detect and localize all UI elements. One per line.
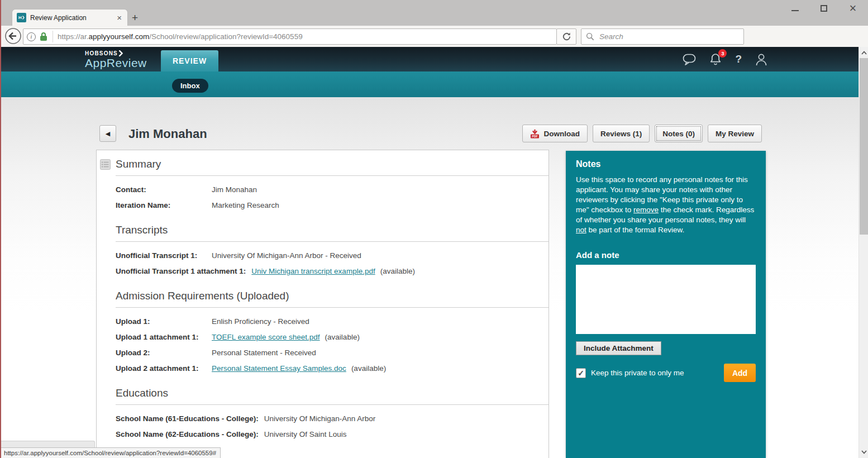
sub-navigation-bar [0,71,860,97]
help-icon[interactable]: ? [735,53,742,65]
include-attachment-button[interactable]: Include Attachment [576,341,661,355]
close-icon: × [850,2,857,15]
application-summary-panel: Summary Contact: Jim Monahan Iteration N… [96,150,549,458]
minimize-icon [791,10,799,11]
status-url-bar: https://ar.applyyourself.com/School/revi… [0,447,221,458]
private-checkbox-label: Keep this private to only me [591,369,724,377]
my-review-button[interactable]: My Review [708,125,762,142]
note-textarea[interactable] [576,265,756,334]
minimize-button[interactable] [788,1,802,16]
left-edge-line [0,0,1,458]
upload-row: Upload 2: Personal Statement - Received [116,347,549,358]
pdf-icon: PDF [530,129,540,139]
page-back-button[interactable]: ◀ [99,125,116,142]
favicon-icon: H [17,13,26,22]
tab-close-icon[interactable]: × [116,13,123,22]
upload-attachment-row: Upload 1 attachment 1: TOEFL example sco… [116,332,549,342]
download-button[interactable]: PDF Download [522,125,588,142]
summary-row: Contact: Jim Monahan [116,184,549,195]
maximize-button[interactable] [817,1,831,16]
transcript-attachment-link[interactable]: Univ Michigan transcript example.pdf [251,266,375,276]
notes-title: Notes [576,159,756,169]
action-buttons: PDF Download Reviews (1) Notes (0) My Re… [522,125,762,142]
private-checkbox[interactable]: ✓ [576,368,586,378]
messages-icon[interactable] [683,54,696,65]
browser-tab[interactable]: H Review Application × [12,9,127,26]
brand-name: AppReview [85,56,147,70]
secure-lock-icon[interactable] [40,32,47,41]
chevron-right-icon [119,50,123,56]
url-text: https://ar.applyyourself.com/School/revi… [58,32,303,41]
scrollbar-thumb[interactable] [860,58,868,235]
upload2-attachment-link[interactable]: Personal Statement Essay Samples.doc [212,363,346,374]
svg-text:PDF: PDF [532,135,538,138]
nav-inbox-button[interactable]: Inbox [172,79,208,93]
section-transcripts: Transcripts Unofficial Transcript 1: Uni… [116,224,549,276]
notes-panel: Notes Use this space to record any perso… [566,151,766,458]
applicant-name-title: Jim Monahan [128,127,207,141]
search-icon [586,32,594,41]
summary-row: Iteration Name: Marketing Research [116,200,549,211]
tab-title: Review Application [30,14,116,22]
close-button[interactable]: × [846,1,860,16]
scroll-up-icon[interactable] [860,49,867,56]
reload-button[interactable] [556,28,576,45]
back-triangle-icon: ◀ [106,130,110,137]
brand-logo: HOBSONS AppReview [85,50,147,70]
account-icon[interactable] [755,53,767,66]
section-heading: Educations [116,387,168,399]
section-heading: Summary [116,158,161,170]
window-titlebar: × H Review Application × + [0,0,868,26]
summary-list-icon [100,159,111,170]
notification-badge: 3 [718,49,727,58]
search-input[interactable] [598,32,739,41]
url-bar[interactable]: i https://ar.applyyourself.com/School/re… [23,28,557,45]
notes-button[interactable]: Notes (0) [655,125,703,142]
back-button[interactable] [4,27,22,45]
transcript-attachment-row: Unofficial Transcript 1 attachment 1: Un… [116,266,549,276]
section-heading: Admission Requirements (Uploaded) [116,290,289,302]
upload1-attachment-link[interactable]: TOEFL example score sheet.pdf [212,332,320,342]
section-admission-requirements: Admission Requirements (Uploaded) Upload… [116,290,549,374]
new-tab-button[interactable]: + [132,12,138,23]
section-educations: Educations School Name (61-Educations - … [116,387,549,440]
reviews-button[interactable]: Reviews (1) [593,125,650,142]
section-summary: Summary Contact: Jim Monahan Iteration N… [116,158,549,211]
check-icon: ✓ [578,369,584,378]
navigation-toolbar: i https://ar.applyyourself.com/School/re… [0,26,868,47]
education-row: School Name (62-Educations - College): U… [116,429,549,440]
maximize-icon [821,5,827,12]
page-info-icon[interactable]: i [27,32,36,41]
section-heading: Transcripts [116,224,168,236]
notifications-button[interactable]: 3 [709,53,722,66]
scroll-down-icon[interactable] [860,449,867,456]
education-row: School Name (61-Educations - College): U… [116,413,549,424]
tab-review[interactable]: REVIEW [161,50,218,71]
transcript-row: Unofficial Transcript 1: University Of M… [116,250,549,261]
search-box[interactable] [581,28,744,45]
add-note-heading: Add a note [576,250,756,260]
add-note-button[interactable]: Add [724,364,756,382]
notes-description: Use this space to record any personal no… [576,175,756,235]
upload-row: Upload 1: Enlish Proficiency - Received [116,316,549,327]
vertical-scrollbar[interactable] [859,47,868,458]
upload-attachment-row: Upload 2 attachment 1: Personal Statemen… [116,363,549,374]
